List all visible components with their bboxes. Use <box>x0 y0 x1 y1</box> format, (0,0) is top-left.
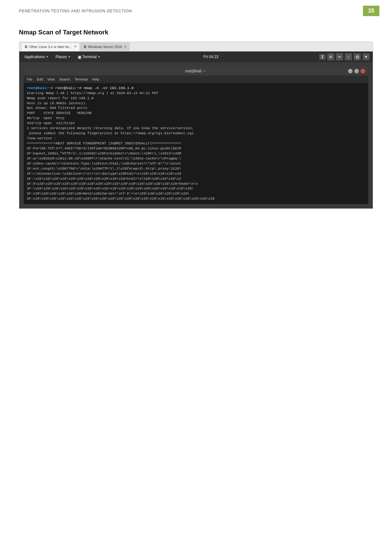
section-title: Nmap Scan of Target Network <box>19 29 373 36</box>
terminal-menubar: File Edit View Search Terminal Help <box>24 75 368 83</box>
kali-toolbar: Applications ▼ Places ▼ ▣ Terminal ▼ Fri… <box>19 51 373 62</box>
output-line: ==============NEXT SERVICE FINGERPRINT (… <box>27 141 365 146</box>
tab-windows-close[interactable]: ✕ <box>124 45 127 49</box>
terminal-menu[interactable]: ▣ Terminal ▼ <box>76 54 102 60</box>
output-line: 2 services unrecognized despite returnin… <box>27 126 365 131</box>
power-icon: ⏻ <box>354 53 361 60</box>
output-line: SF:\x20\x20\x20\x20\x20\x20\x20\x20\x20\… <box>27 177 365 182</box>
page-number: 35 <box>363 6 379 16</box>
section-heading-area: Nmap Scan of Target Network <box>0 20 392 42</box>
minimize-button[interactable]: – <box>348 69 353 73</box>
tab-bar: 🖥 Other Linux 3.x or later ke... ✕ 🖥 Win… <box>19 42 373 51</box>
terminal-area: root@kali: ~ – □ ✕ File Edit View Search… <box>19 62 373 208</box>
menu-terminal[interactable]: Terminal <box>75 77 88 81</box>
page-title: PENETRATION TESTING AND INTRUSION DETECT… <box>19 9 132 13</box>
output-line: SF:r\nConnection:\x20close\r\n\r\n<!doct… <box>27 172 365 177</box>
applications-menu[interactable]: Applications ▼ <box>22 54 51 60</box>
output-line: SF:x20no-cache\r\nContent-Type:\x20text/… <box>27 161 365 166</box>
menu-edit[interactable]: Edit <box>37 77 43 81</box>
close-button[interactable]: ✕ <box>361 69 365 73</box>
tab-linux[interactable]: 🖥 Other Linux 3.x or later ke... ✕ <box>21 43 80 51</box>
output-line: Nmap scan report for 192.168.1.0 <box>27 96 365 101</box>
output-line: SF:x20\x20\x20\x20\x20\x20\x20\x20\x20\x… <box>27 196 365 202</box>
terminal-title: root@kali: ~ <box>43 69 348 73</box>
command-line: root@kali:~# root@kali:~# nmap -O -sV 19… <box>27 86 365 91</box>
tab-windows[interactable]: 🖥 Windows Server 2016 ✕ <box>80 43 130 51</box>
output-line: PORT STATE SERVICE VERSION <box>27 111 365 116</box>
terminal-window: root@kali: ~ – □ ✕ File Edit View Search… <box>24 67 368 204</box>
output-line: Not shown: 998 filtered ports <box>27 106 365 111</box>
applications-arrow: ▼ <box>46 55 49 58</box>
output-line: SF:0\x20\x20\x20\x20\x20\x20\x20\x20\x20… <box>27 182 365 187</box>
network-icon: ⚙ <box>327 53 334 60</box>
sound-icon: ♪ <box>345 53 352 60</box>
terminal-content[interactable]: root@kali:~# root@kali:~# nmap -O -sV 19… <box>24 83 368 204</box>
system-icons: 1 ⚙ ✏ ♪ ⏻ ▼ <box>319 53 370 60</box>
places-label: Places <box>56 55 67 59</box>
terminal-controls: – □ ✕ <box>348 69 365 73</box>
output-line: Starting Nmap 7.40 ( https://nmap.org ) … <box>27 91 365 96</box>
output-line: SF-Port80-TCP:V=7.40%I=7%D=3/13%Time=5E6… <box>27 146 365 151</box>
output-line: 443/tcp open ssl/https <box>27 121 365 126</box>
menu-search[interactable]: Search <box>59 77 70 81</box>
maximize-button[interactable]: □ <box>354 69 359 73</box>
output-line: Host is up (0.0003s latency). <box>27 101 365 106</box>
tab-linux-close[interactable]: ✕ <box>74 45 77 49</box>
terminal-icon: ▣ <box>78 55 81 59</box>
output-line: SF:ar\x202020\x2011:08:20\x20GMT\r\nCach… <box>27 156 365 161</box>
output-line: please submit the following fingerprints… <box>27 131 365 136</box>
tab-linux-label: Other Linux 3.x or later ke... <box>29 45 72 49</box>
tab-windows-label: Windows Server 2016 <box>88 45 122 49</box>
output-line: SF:ent-Length:\x2067708\r\nVia:\x20HTTP/… <box>27 166 365 172</box>
output-line: ?new-service : <box>27 136 365 141</box>
tab-linux-icon: 🖥 <box>24 45 28 49</box>
places-arrow: ▼ <box>68 55 71 58</box>
page-header: PENETRATION TESTING AND INTRUSION DETECT… <box>0 0 392 20</box>
pen-icon: ✏ <box>336 53 343 60</box>
kali-clock: Fri 04:23 <box>106 55 316 59</box>
terminal-titlebar: root@kali: ~ – □ ✕ <box>24 67 368 75</box>
applications-label: Applications <box>24 55 45 59</box>
prompt-separator: :~# <box>46 86 55 90</box>
output-line: SF:x20\x20\x20\x20\x20\x20<meta\x20chars… <box>27 191 365 196</box>
places-menu[interactable]: Places ▼ <box>54 54 73 60</box>
menu-view[interactable]: View <box>47 77 55 81</box>
tab-windows-icon: 🖥 <box>83 45 87 49</box>
terminal-label: Terminal <box>82 55 97 59</box>
menu-file[interactable]: File <box>27 77 33 81</box>
indicator-box: 1 <box>319 54 325 60</box>
vm-container: 🖥 Other Linux 3.x or later ke... ✕ 🖥 Win… <box>19 42 373 209</box>
menu-help[interactable]: Help <box>92 77 100 81</box>
prompt-user: root@kali <box>27 86 46 90</box>
command-text: root@kali:~# nmap -O -sV 192.168.1.0 <box>55 86 134 90</box>
output-line: 80/tcp open http <box>27 116 365 121</box>
terminal-arrow: ▼ <box>98 55 100 58</box>
output-line: SF:equest,10961,"HTTP/1\.1\x20403\x20For… <box>27 151 365 156</box>
settings-icon: ▼ <box>363 53 370 60</box>
output-line: SF:\x20\x20\x20\x20\x20\x20\x20\x20\x20\… <box>27 186 365 191</box>
terminal-output: Starting Nmap 7.40 ( https://nmap.org ) … <box>27 91 365 202</box>
